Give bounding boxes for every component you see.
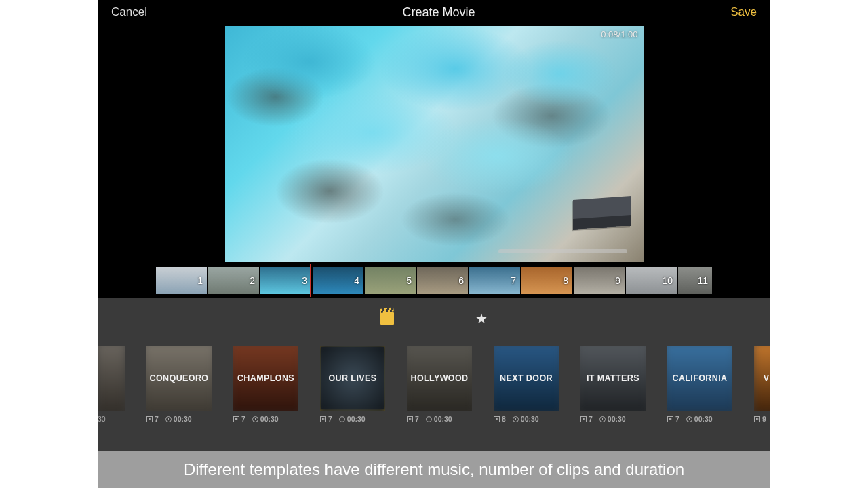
video-preview[interactable]: 0:08/1:00: [225, 26, 644, 262]
nav-bar: Cancel Create Movie Save: [98, 0, 770, 24]
clip-thumb[interactable]: 7: [469, 267, 520, 294]
template-thumb[interactable]: IT MATTERS: [580, 346, 646, 411]
template-meta: 7 00:30: [146, 415, 212, 423]
template-card[interactable]: NEXT DOOR 8 00:30: [494, 346, 559, 423]
template-meta: 7 00:30: [407, 415, 472, 423]
clips-icon: [146, 416, 153, 422]
template-card[interactable]: OUR LIVES 7 00:30: [320, 346, 385, 423]
clock-icon: [426, 416, 432, 422]
template-meta: 7 00:30: [320, 415, 385, 423]
template-thumb[interactable]: CONQUEORO: [146, 346, 212, 411]
clip-thumb[interactable]: 2: [208, 267, 259, 294]
clip-thumb[interactable]: 4: [313, 267, 363, 294]
clip-thumb[interactable]: 10: [626, 267, 677, 294]
scrubber[interactable]: [498, 249, 627, 253]
clips-icon: [754, 416, 760, 422]
timeline[interactable]: 1 2 3 4 5 6 7 8 9 10 11: [98, 267, 770, 294]
clip-thumb[interactable]: 3: [260, 267, 311, 294]
playhead[interactable]: [310, 264, 311, 297]
caption-bar: Different templates have different music…: [98, 451, 770, 488]
app-frame: Cancel Create Movie Save 0:08/1:00 1 2 3…: [98, 0, 770, 488]
template-card[interactable]: CONQUEORO 7 00:30: [146, 346, 212, 423]
clock-icon: [599, 416, 606, 422]
template-card[interactable]: V 9: [754, 346, 770, 423]
clips-icon: [320, 416, 326, 422]
template-meta: 9: [754, 415, 770, 423]
clips-icon: [407, 416, 413, 422]
timeline-track: 1 2 3 4 5 6 7 8 9 10 11: [156, 267, 712, 294]
template-meta: 8 00:30: [494, 415, 559, 423]
template-card[interactable]: IT MATTERS 7 00:30: [580, 346, 646, 423]
template-meta: 7 00:30: [233, 415, 298, 423]
template-thumb[interactable]: CALIFORNIA: [667, 346, 732, 411]
clip-thumb[interactable]: 9: [574, 267, 625, 294]
template-meta: 7 00:30: [667, 415, 732, 423]
clip-thumb[interactable]: 5: [365, 267, 416, 294]
clock-icon: [165, 416, 172, 422]
clapper-icon[interactable]: [380, 312, 394, 325]
clips-icon: [667, 416, 673, 422]
template-thumb[interactable]: NEXT DOOR: [494, 346, 559, 411]
clip-thumb[interactable]: 1: [156, 267, 207, 294]
preview-area: 0:08/1:00: [98, 24, 770, 263]
clips-icon: [494, 416, 500, 422]
clips-icon: [233, 416, 239, 422]
save-button[interactable]: Save: [730, 5, 757, 19]
clock-icon: [339, 416, 345, 422]
template-card[interactable]: HOLLYWOOD 7 00:30: [407, 346, 472, 423]
star-icon[interactable]: ★: [475, 312, 488, 325]
clock-icon: [513, 416, 519, 422]
template-thumb[interactable]: CHAMPLONS: [233, 346, 298, 411]
clip-thumb[interactable]: 11: [678, 267, 712, 294]
mode-tabs: ★: [98, 298, 770, 339]
template-card[interactable]: CHAMPLONS 7 00:30: [233, 346, 298, 423]
template-thumb[interactable]: HOLLYWOOD: [407, 346, 472, 411]
clip-thumb[interactable]: 8: [521, 267, 572, 294]
template-thumb[interactable]: OUR LIVES: [320, 346, 385, 411]
template-thumb[interactable]: [98, 346, 125, 411]
clips-icon: [580, 416, 587, 422]
timestamp-label: 0:08/1:00: [601, 29, 637, 39]
template-meta: 30: [98, 415, 125, 423]
template-card[interactable]: 30: [98, 346, 125, 423]
clip-thumb[interactable]: 6: [417, 267, 468, 294]
template-card[interactable]: CALIFORNIA 7 00:30: [667, 346, 732, 423]
template-meta: 7 00:30: [580, 415, 646, 423]
clock-icon: [252, 416, 258, 422]
template-thumb[interactable]: V: [754, 346, 770, 411]
clock-icon: [686, 416, 692, 422]
cancel-button[interactable]: Cancel: [111, 5, 147, 19]
caption-text: Different templates have different music…: [184, 460, 684, 479]
page-title: Create Movie: [403, 5, 475, 20]
